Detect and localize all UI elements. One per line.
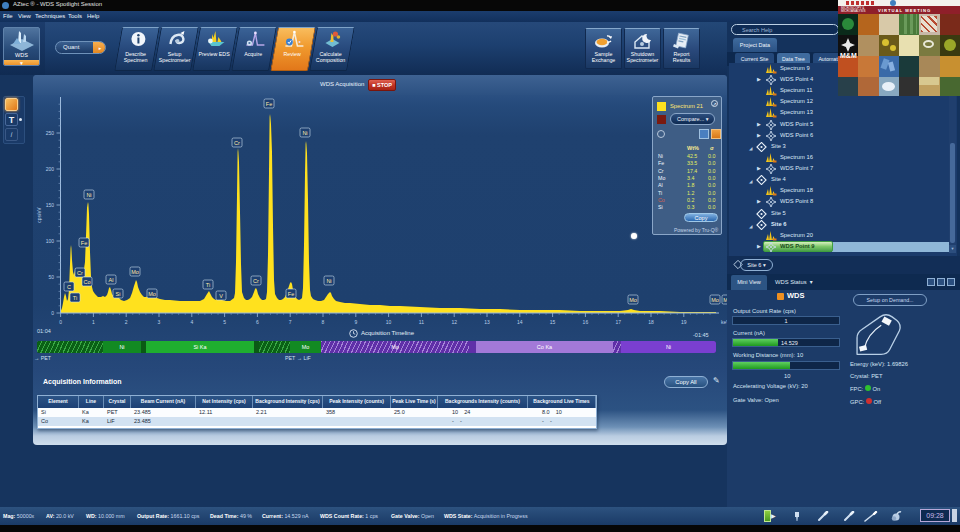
svg-text:Fe: Fe — [81, 240, 87, 246]
svg-text:Al: Al — [109, 277, 114, 283]
svg-text:9: 9 — [354, 319, 357, 325]
svg-text:Mo: Mo — [711, 297, 719, 303]
svg-text:6: 6 — [256, 319, 259, 325]
svg-text:V: V — [219, 293, 223, 299]
svg-text:Fe: Fe — [266, 101, 272, 107]
svg-text:13: 13 — [484, 319, 490, 325]
svg-text:Cr: Cr — [234, 140, 240, 146]
svg-text:50: 50 — [48, 274, 54, 280]
svg-text:1: 1 — [92, 319, 95, 325]
svg-text:Ti: Ti — [206, 282, 210, 288]
svg-text:2: 2 — [125, 319, 128, 325]
svg-text:Co: Co — [83, 279, 90, 285]
svg-text:7: 7 — [289, 319, 292, 325]
svg-text:4: 4 — [190, 319, 193, 325]
svg-text:5: 5 — [223, 319, 226, 325]
svg-text:Cr: Cr — [77, 270, 83, 276]
svg-text:0: 0 — [51, 310, 54, 316]
svg-text:14: 14 — [517, 319, 523, 325]
svg-text:15: 15 — [550, 319, 556, 325]
svg-text:18: 18 — [648, 319, 654, 325]
svg-text:Mo: Mo — [131, 269, 139, 275]
svg-text:100: 100 — [46, 238, 55, 244]
svg-text:3: 3 — [158, 319, 161, 325]
svg-text:Si: Si — [116, 291, 121, 297]
svg-text:0: 0 — [59, 319, 62, 325]
svg-text:Ti: Ti — [73, 295, 77, 301]
svg-text:150: 150 — [46, 202, 55, 208]
svg-text:11: 11 — [419, 319, 424, 325]
svg-text:250: 250 — [46, 130, 55, 136]
svg-text:8: 8 — [322, 319, 325, 325]
svg-text:Mo: Mo — [629, 297, 637, 303]
svg-text:C: C — [67, 284, 71, 290]
svg-text:200: 200 — [46, 166, 55, 172]
svg-text:Fe: Fe — [288, 291, 294, 297]
svg-text:17: 17 — [615, 319, 621, 325]
svg-text:Ni: Ni — [86, 192, 91, 198]
svg-text:Ni: Ni — [302, 130, 307, 136]
svg-text:10: 10 — [386, 319, 392, 325]
svg-text:19: 19 — [681, 319, 687, 325]
svg-text:Ni: Ni — [326, 278, 331, 284]
svg-text:Cr: Cr — [253, 278, 259, 284]
svg-text:16: 16 — [583, 319, 589, 325]
svg-text:12: 12 — [451, 319, 457, 325]
svg-text:Mo: Mo — [148, 291, 156, 297]
svg-text:cps/eV: cps/eV — [36, 207, 42, 223]
